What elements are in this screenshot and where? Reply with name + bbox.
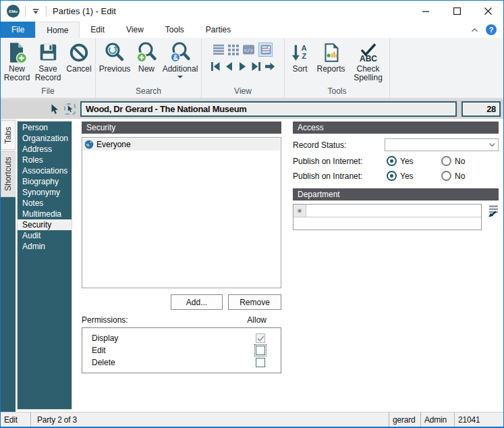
sidebar-item-synonymy[interactable]: Synonymy: [18, 187, 72, 198]
department-grid-empty-row: [293, 217, 481, 230]
intranet-no-radio[interactable]: [441, 171, 451, 181]
allow-column-label: Allow: [247, 315, 267, 325]
new-record-button[interactable]: New Record: [1, 40, 32, 82]
permission-row-edit: Edit: [82, 344, 281, 356]
sidebar-item-biography[interactable]: Biography: [18, 176, 72, 187]
reports-icon: [320, 42, 342, 63]
internet-yes-radio[interactable]: [387, 156, 397, 166]
remove-button[interactable]: Remove: [228, 294, 281, 310]
intranet-yes-radio[interactable]: [387, 171, 397, 181]
intranet-no-label: No: [455, 171, 465, 181]
titlebar: EMu Parties (1) - Edit: [1, 1, 503, 22]
tab-parties[interactable]: Parties: [195, 22, 242, 38]
help-button[interactable]: ?: [486, 24, 497, 35]
save-record-button[interactable]: Save Record: [32, 40, 63, 82]
previous-search-button[interactable]: Previous: [96, 40, 133, 78]
new-search-icon: [135, 41, 158, 64]
sidebar-item-multimedia[interactable]: Multimedia: [18, 209, 72, 219]
sidebar-item-security[interactable]: Security: [18, 219, 72, 230]
department-field[interactable]: [306, 205, 481, 217]
ribbon-group-search: Previous New: [96, 38, 202, 98]
close-button[interactable]: [472, 1, 503, 22]
record-strip-tools: [1, 103, 80, 115]
customize-toolbar-icon: [32, 8, 39, 15]
check-spelling-icon: ABC: [357, 41, 380, 64]
status-bar: Edit Party 2 of 3 gerard Admin 21041: [1, 412, 503, 427]
check-spelling-button[interactable]: ABC Check Spelling: [348, 40, 389, 82]
minimize-icon: [422, 8, 429, 15]
cancel-icon: [68, 42, 90, 63]
svg-text:A: A: [301, 43, 306, 51]
display-allow-checkbox[interactable]: [256, 333, 265, 343]
new-record-icon: [5, 41, 28, 64]
save-record-icon: [37, 42, 59, 63]
tab-content: Security Everyone Add... Remove: [74, 119, 503, 412]
last-record-icon[interactable]: [251, 62, 261, 71]
select-all-records-icon[interactable]: [64, 103, 76, 115]
vertical-tab-shortcuts[interactable]: Shortcuts: [1, 151, 16, 197]
check-icon: [257, 336, 264, 342]
record-status-combobox[interactable]: [385, 138, 499, 151]
sidebar-item-admin[interactable]: Admin: [18, 241, 72, 252]
sidebar-item-organization[interactable]: Organization: [18, 133, 72, 144]
cancel-button[interactable]: Cancel: [63, 40, 94, 82]
goto-record-icon[interactable]: [264, 62, 275, 71]
delete-allow-checkbox[interactable]: [256, 358, 265, 367]
internet-no-radio[interactable]: [441, 156, 451, 166]
previous-search-icon: [103, 41, 126, 64]
record-summary-text: Wood, Dr Gerard - The National Museum: [86, 104, 247, 114]
quick-access-toolbar-button[interactable]: [31, 5, 40, 18]
department-grid[interactable]: ✳: [293, 204, 482, 230]
tab-edit[interactable]: Edit: [80, 22, 115, 38]
tab-view[interactable]: View: [115, 22, 155, 38]
details-view-button-selected[interactable]: [258, 43, 273, 57]
permissions-label: Permissions:: [82, 315, 128, 325]
permission-edit-label: Edit: [92, 346, 106, 355]
sidebar-item-address[interactable]: Address: [18, 144, 72, 155]
new-search-button[interactable]: New: [133, 40, 160, 78]
security-groups-list[interactable]: Everyone: [82, 137, 281, 288]
ribbon: New Record Save Record: [1, 38, 503, 99]
edit-allow-checkbox[interactable]: [256, 346, 265, 355]
minimize-button[interactable]: [410, 1, 441, 22]
additional-dropdown-caret-icon[interactable]: [177, 76, 183, 78]
tab-tools[interactable]: Tools: [155, 22, 195, 38]
department-lookup-button[interactable]: [487, 205, 499, 217]
next-record-icon[interactable]: [237, 62, 248, 71]
emu-logo-icon: EMu: [7, 5, 20, 18]
tab-home[interactable]: Home: [35, 22, 80, 38]
sidebar-item-person[interactable]: Person: [18, 122, 72, 133]
ribbon-group-view: </>: [202, 38, 285, 98]
list-item-everyone[interactable]: Everyone: [83, 138, 280, 151]
security-buttons-row: Add... Remove: [82, 294, 281, 310]
window-title: Parties (1) - Edit: [53, 6, 116, 16]
list-view-icon[interactable]: [213, 44, 225, 55]
internet-no-label: No: [455, 157, 465, 166]
code-view-icon[interactable]: </>: [243, 44, 255, 55]
sidebar-item-audit[interactable]: Audit: [18, 230, 72, 241]
sidebar-item-associations[interactable]: Associations: [18, 165, 72, 176]
additional-search-button[interactable]: & Additional: [160, 40, 200, 78]
sidebar-item-notes[interactable]: Notes: [18, 198, 72, 209]
tab-sidebar: Person Organization Address Roles Associ…: [16, 119, 74, 412]
publish-intranet-row: Publish on Intranet: Yes No: [293, 171, 499, 181]
select-cursor-icon[interactable]: [50, 104, 59, 115]
grid-view-icon[interactable]: [228, 44, 240, 55]
svg-text:</>: </>: [244, 48, 254, 53]
maximize-icon: [453, 7, 461, 15]
status-group: Admin: [421, 412, 455, 427]
sort-button[interactable]: A Z Sort: [286, 40, 314, 82]
sidebar-item-roles[interactable]: Roles: [18, 155, 72, 165]
collapse-ribbon-icon[interactable]: [471, 28, 478, 32]
first-record-icon[interactable]: [211, 62, 221, 71]
access-panel: Access Record Status: Publish on Interne…: [293, 122, 499, 230]
vertical-tab-tabs[interactable]: Tabs: [1, 120, 16, 150]
svg-text:&: &: [173, 53, 177, 61]
reports-button[interactable]: Reports: [314, 40, 348, 82]
maximize-button[interactable]: [441, 1, 472, 22]
previous-record-icon[interactable]: [224, 62, 234, 71]
tab-file[interactable]: File: [1, 22, 35, 38]
titlebar-separator: [46, 6, 47, 17]
additional-search-icon: &: [169, 41, 192, 64]
add-button[interactable]: Add...: [171, 294, 223, 310]
